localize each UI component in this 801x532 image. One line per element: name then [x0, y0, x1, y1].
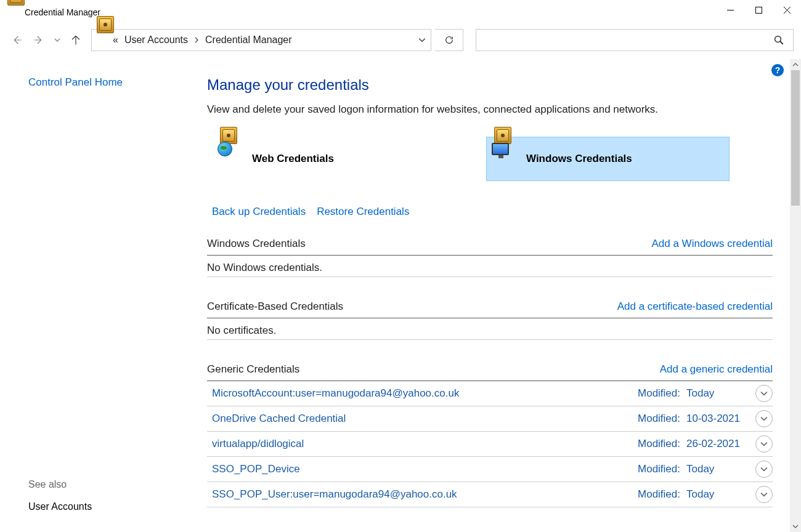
- main-content: Manage your credentials View and delete …: [191, 59, 801, 532]
- forward-button[interactable]: [30, 31, 48, 49]
- chevron-down-icon: [792, 523, 799, 530]
- svg-point-4: [775, 36, 781, 42]
- chevron-down-icon: [760, 415, 768, 422]
- arrow-up-icon: [70, 34, 81, 46]
- expand-button[interactable]: [755, 486, 773, 503]
- add-certificate-credential-link[interactable]: Add a certificate-based credential: [617, 300, 773, 313]
- restore-credentials-link[interactable]: Restore Credentials: [317, 206, 409, 218]
- refresh-button[interactable]: [435, 29, 463, 51]
- credential-row[interactable]: OneDrive Cached CredentialModified:10-03…: [207, 406, 773, 432]
- chevron-down-icon: [760, 390, 768, 397]
- sidebar: Control Panel Home See also User Account…: [0, 59, 191, 532]
- modified-label: Modified:: [638, 463, 680, 475]
- expand-button[interactable]: [755, 410, 773, 427]
- web-credentials-icon: [219, 144, 248, 174]
- maximize-button[interactable]: [744, 0, 773, 20]
- modified-date: 26-02-2021: [686, 438, 754, 450]
- page-title: Manage your credentials: [207, 76, 773, 94]
- vertical-scrollbar[interactable]: [790, 59, 801, 532]
- add-windows-credential-link[interactable]: Add a Windows credential: [651, 238, 773, 250]
- modified-date: 10-03-2021: [686, 413, 754, 425]
- search-icon: [773, 34, 784, 46]
- search-box[interactable]: [476, 29, 794, 51]
- maximize-icon: [755, 7, 762, 14]
- certificate-credentials-section-header: Certificate-Based Credentials Add a cert…: [207, 298, 773, 318]
- minimize-button[interactable]: [716, 0, 744, 20]
- credential-row[interactable]: SSO_POP_User:user=manugodara94@yahoo.co.…: [207, 482, 773, 507]
- modified-label: Modified:: [638, 413, 680, 425]
- chevron-down-icon: [760, 440, 768, 448]
- credential-name: OneDrive Cached Credential: [212, 413, 638, 425]
- expand-button[interactable]: [755, 461, 773, 478]
- breadcrumb-item[interactable]: User Accounts: [124, 34, 188, 46]
- add-generic-credential-link[interactable]: Add a generic credential: [660, 363, 773, 376]
- up-button[interactable]: [67, 31, 85, 49]
- credential-name: MicrosoftAccount:user=manugodara94@yahoo…: [212, 387, 638, 400]
- nav-toolbar: « User Accounts Credential Manager: [0, 25, 801, 55]
- refresh-icon: [444, 35, 454, 45]
- windows-credentials-icon: [493, 144, 522, 174]
- modified-date: Today: [686, 463, 754, 475]
- expand-button[interactable]: [755, 385, 773, 402]
- scroll-thumb[interactable]: [791, 70, 800, 206]
- modified-date: Today: [686, 488, 754, 501]
- page-description: View and delete your saved logon informa…: [207, 103, 773, 116]
- window-title: Credential Manager: [25, 7, 100, 17]
- chevron-down-icon: [418, 36, 426, 44]
- chevron-down-icon: [760, 491, 768, 498]
- expand-button[interactable]: [755, 435, 773, 453]
- backup-credentials-link[interactable]: Back up Credentials: [212, 206, 306, 218]
- credential-name: virtualapp/didlogical: [212, 438, 638, 450]
- back-button[interactable]: [7, 31, 26, 49]
- chevron-down-icon: [760, 465, 768, 473]
- location-icon: [96, 33, 109, 47]
- svg-rect-1: [755, 7, 762, 13]
- credential-row[interactable]: virtualapp/didlogicalModified:26-02-2021: [207, 432, 773, 457]
- section-title: Certificate-Based Credentials: [207, 300, 343, 313]
- help-button[interactable]: ?: [771, 64, 784, 76]
- windows-credentials-empty: No Windows credentials.: [207, 256, 773, 277]
- credential-name: SSO_POP_User:user=manugodara94@yahoo.co.…: [212, 488, 638, 501]
- chevron-right-icon: [194, 37, 199, 43]
- windows-credentials-tab[interactable]: Windows Credentials: [486, 137, 730, 181]
- breadcrumb-item[interactable]: Credential Manager: [205, 34, 292, 46]
- see-also-user-accounts[interactable]: User Accounts: [28, 501, 92, 512]
- address-bar[interactable]: « User Accounts Credential Manager: [91, 29, 431, 51]
- close-icon: [784, 7, 791, 14]
- section-title: Generic Credentials: [207, 363, 299, 376]
- section-title: Windows Credentials: [207, 238, 306, 250]
- breadcrumb-prefix: «: [113, 34, 118, 46]
- modified-label: Modified:: [638, 387, 680, 400]
- see-also-label: See also: [28, 479, 67, 490]
- modified-label: Modified:: [638, 438, 680, 450]
- modified-label: Modified:: [638, 488, 680, 501]
- generic-credentials-section-header: Generic Credentials Add a generic creden…: [207, 361, 773, 381]
- chevron-up-icon: [792, 62, 799, 68]
- arrow-left-icon: [11, 34, 22, 46]
- chevron-down-icon: [54, 37, 60, 43]
- modified-date: Today: [686, 387, 754, 400]
- arrow-right-icon: [33, 34, 44, 46]
- windows-credentials-section-header: Windows Credentials Add a Windows creden…: [207, 235, 773, 256]
- windows-credentials-label: Windows Credentials: [526, 153, 632, 165]
- certificate-credentials-empty: No certificates.: [207, 318, 773, 340]
- close-button[interactable]: [773, 0, 801, 20]
- scroll-down-arrow[interactable]: [790, 521, 801, 532]
- credential-row[interactable]: MicrosoftAccount:user=manugodara94@yahoo…: [207, 381, 773, 406]
- svg-line-5: [780, 41, 783, 44]
- title-bar: Credential Manager: [0, 0, 801, 25]
- app-icon: [6, 6, 20, 19]
- control-panel-home-link[interactable]: Control Panel Home: [28, 76, 123, 88]
- recent-dropdown[interactable]: [52, 31, 63, 49]
- generic-credentials-list: MicrosoftAccount:user=manugodara94@yahoo…: [207, 381, 773, 507]
- credential-name: SSO_POP_Device: [212, 463, 638, 475]
- web-credentials-label: Web Credentials: [252, 153, 334, 165]
- web-credentials-tab[interactable]: Web Credentials: [212, 137, 455, 181]
- scroll-up-arrow[interactable]: [790, 59, 801, 70]
- credential-row[interactable]: SSO_POP_DeviceModified:Today: [207, 457, 773, 482]
- address-dropdown[interactable]: [418, 35, 426, 46]
- minimize-icon: [727, 7, 734, 14]
